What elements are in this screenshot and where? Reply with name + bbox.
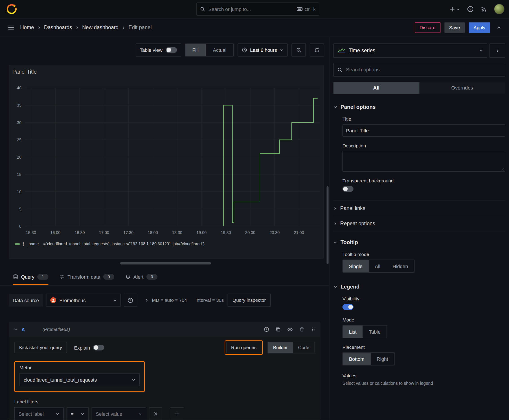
tab-transform[interactable]: Transform data 0 xyxy=(59,270,114,285)
run-queries-button[interactable]: Run queries xyxy=(226,342,261,353)
breadcrumb-home[interactable]: Home xyxy=(20,25,34,30)
kick-start-button[interactable]: Kick start your query xyxy=(14,342,67,353)
tab-query[interactable]: Query 1 xyxy=(13,270,48,285)
hamburger-menu-icon[interactable] xyxy=(8,25,14,30)
toggle-viz-picker-button[interactable] xyxy=(489,44,505,58)
explain-toggle[interactable] xyxy=(93,345,104,351)
chart-legend[interactable]: {__name__="cloudflared_tunnel_total_requ… xyxy=(15,242,205,246)
legend-series-label[interactable]: {__name__="cloudflared_tunnel_total_requ… xyxy=(23,242,205,246)
fill-option[interactable]: Fill xyxy=(185,44,205,56)
panel-options-section: Panel options Title Description Transpar… xyxy=(333,104,505,231)
tooltip-mode-single[interactable]: Single xyxy=(343,260,369,272)
chevron-down-icon xyxy=(333,285,337,289)
user-avatar[interactable] xyxy=(494,4,504,14)
panel-preview[interactable]: Panel Title 051015202530354015:3016:0016… xyxy=(9,65,324,259)
tooltip-header[interactable]: Tooltip xyxy=(333,239,505,245)
tooltip-mode-hidden[interactable]: Hidden xyxy=(387,260,414,272)
keyboard-shortcut: ctrl+k xyxy=(297,7,316,12)
drag-handle-icon[interactable] xyxy=(311,327,316,332)
question-circle-icon: ? xyxy=(128,298,133,303)
breadcrumb-separator-icon xyxy=(122,26,125,29)
options-search[interactable] xyxy=(333,63,505,77)
datasource-help-button[interactable]: ? xyxy=(124,294,137,307)
metric-select[interactable]: cloudflared_tunnel_total_requests xyxy=(20,373,140,386)
query-options-expand-icon[interactable] xyxy=(145,298,149,302)
apply-button[interactable]: Apply xyxy=(469,22,490,33)
panel-links-row[interactable]: Panel links xyxy=(333,201,505,216)
table-view-toggle[interactable] xyxy=(166,47,177,53)
table-view-label: Table view xyxy=(140,47,162,53)
news-icon[interactable] xyxy=(481,6,487,12)
tab-alert[interactable]: Alert 0 xyxy=(125,270,157,285)
visualization-picker[interactable]: Time series xyxy=(333,44,487,58)
svg-text:21:00: 21:00 xyxy=(294,230,304,235)
datasource-picker[interactable]: Prometheus xyxy=(46,294,121,307)
repeat-options-row[interactable]: Repeat options xyxy=(333,216,505,231)
transparent-bg-toggle[interactable] xyxy=(342,186,353,192)
svg-text:17:30: 17:30 xyxy=(123,230,134,235)
breadcrumb-dashboards[interactable]: Dashboards xyxy=(44,25,72,30)
select-value-dropdown[interactable]: Select value xyxy=(91,407,146,420)
svg-text:?: ? xyxy=(469,7,471,11)
refresh-button[interactable] xyxy=(310,44,324,57)
actual-option[interactable]: Actual xyxy=(206,44,234,56)
legend-placement-group: Bottom Right xyxy=(342,352,395,366)
vertical-scrollbar[interactable] xyxy=(327,186,328,264)
horizontal-resize-handle[interactable] xyxy=(120,262,211,264)
options-search-input[interactable] xyxy=(345,67,501,73)
query-ref-datasource: (Prometheus) xyxy=(42,327,70,332)
metric-highlight: Metric cloudflared_tunnel_total_requests xyxy=(14,361,145,392)
query-inspector-button[interactable]: Query inspector xyxy=(228,294,270,307)
clock-icon xyxy=(242,47,247,52)
global-search-input[interactable] xyxy=(208,6,294,12)
editor-tabs: Query 1 Transform data 0 Alert 0 xyxy=(0,270,329,286)
time-range-picker[interactable]: Last 6 hours xyxy=(238,44,288,57)
discard-button[interactable]: Discard xyxy=(415,22,440,33)
interval: Interval = 30s xyxy=(196,298,224,303)
svg-text:20:30: 20:30 xyxy=(270,230,280,235)
delete-query-icon[interactable] xyxy=(299,327,304,332)
panel-title-input[interactable] xyxy=(342,124,505,137)
legend-placement-right[interactable]: Right xyxy=(371,353,394,365)
operator-dropdown[interactable]: = xyxy=(67,407,89,420)
grafana-logo[interactable] xyxy=(6,3,17,15)
transparent-bg-label: Transparent background xyxy=(342,178,505,183)
panel-links-label: Panel links xyxy=(340,205,365,211)
tab-all[interactable]: All xyxy=(333,82,419,94)
query-options-summary[interactable]: MD = auto = 704 Interval = 30s xyxy=(152,298,224,303)
remove-filter-button[interactable] xyxy=(149,407,162,420)
legend-mode-label: Mode xyxy=(342,317,505,323)
chevron-right-icon xyxy=(495,48,499,53)
legend-header[interactable]: Legend xyxy=(333,284,505,290)
global-search[interactable]: ctrl+k xyxy=(196,3,319,16)
breadcrumb-new-dashboard[interactable]: New dashboard xyxy=(82,25,119,30)
code-option[interactable]: Code xyxy=(293,342,314,353)
toggle-visibility-icon[interactable] xyxy=(287,327,293,332)
collapse-up-icon[interactable] xyxy=(497,25,501,30)
explain-label: Explain xyxy=(74,345,90,351)
builder-option[interactable]: Builder xyxy=(268,342,293,353)
query-help-icon[interactable]: ? xyxy=(264,327,269,332)
query-editor-card: A (Prometheus) ? xyxy=(9,322,320,420)
legend-mode-table[interactable]: Table xyxy=(363,326,387,338)
breadcrumb-separator-icon xyxy=(37,26,41,29)
duplicate-query-icon[interactable] xyxy=(276,327,281,332)
save-button[interactable]: Save xyxy=(444,22,465,33)
zoom-out-button[interactable] xyxy=(291,44,306,57)
add-menu-button[interactable] xyxy=(449,6,460,12)
query-ref-id: A xyxy=(21,327,25,332)
collapse-chevron-icon[interactable] xyxy=(14,327,17,331)
panel-description-textarea[interactable] xyxy=(342,151,505,172)
select-label-dropdown[interactable]: Select label xyxy=(14,407,64,420)
tab-overrides[interactable]: Overrides xyxy=(419,82,505,94)
metric-value: cloudflared_tunnel_total_requests xyxy=(24,377,97,382)
legend-placement-bottom[interactable]: Bottom xyxy=(343,353,371,365)
panel-options-header[interactable]: Panel options xyxy=(333,104,505,110)
tooltip-mode-all[interactable]: All xyxy=(369,260,387,272)
query-row-header[interactable]: A (Prometheus) ? xyxy=(9,323,320,337)
query-count-badge: 1 xyxy=(37,274,48,280)
legend-visibility-toggle[interactable] xyxy=(342,304,353,310)
legend-mode-list[interactable]: List xyxy=(343,326,363,338)
add-filter-button[interactable] xyxy=(170,407,184,420)
help-button[interactable]: ? xyxy=(467,6,473,12)
